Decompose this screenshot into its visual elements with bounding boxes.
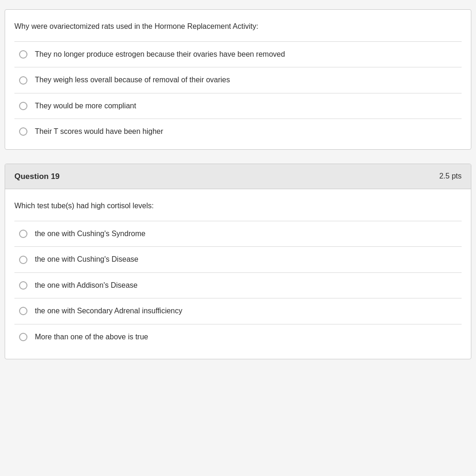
radio-q19-e[interactable]: [19, 333, 27, 341]
question-18-option-a[interactable]: They no longer produce estrogen because …: [14, 42, 462, 67]
option-label-q19-d: the one with Secondary Adrenal insuffici…: [35, 306, 182, 316]
radio-q19-d[interactable]: [19, 307, 27, 315]
option-label-q18-a: They no longer produce estrogen because …: [35, 49, 285, 60]
question-18-option-d[interactable]: Their T scores would have been higher: [14, 119, 462, 144]
question-19-points: 2.5 pts: [439, 171, 462, 182]
question-19-body: Which test tube(s) had high cortisol lev…: [5, 189, 471, 359]
radio-q19-c[interactable]: [19, 281, 27, 290]
radio-q18-b[interactable]: [19, 76, 27, 85]
question-19-option-b[interactable]: the one with Cushing's Disease: [14, 247, 462, 272]
question-19-option-c[interactable]: the one with Addison's Disease: [14, 273, 462, 298]
radio-q18-a[interactable]: [19, 50, 27, 59]
option-label-q19-b: the one with Cushing's Disease: [35, 254, 139, 264]
question-19-options-list: the one with Cushing's Syndrome the one …: [14, 221, 462, 350]
option-label-q18-d: Their T scores would have been higher: [35, 126, 163, 137]
question-19-card: Question 19 2.5 pts Which test tube(s) h…: [5, 164, 471, 359]
radio-q18-d[interactable]: [19, 127, 27, 136]
question-19-header: Question 19 2.5 pts: [5, 164, 471, 190]
question-19-title: Question 19: [14, 171, 60, 183]
question-19-text: Which test tube(s) had high cortisol lev…: [14, 200, 462, 212]
question-19-option-e[interactable]: More than one of the above is true: [14, 324, 462, 350]
question-18-body: Why were ovariectomized rats used in the…: [5, 10, 471, 149]
question-18-options-list: They no longer produce estrogen because …: [14, 41, 462, 145]
question-18-option-c[interactable]: They would be more compliant: [14, 93, 462, 119]
option-label-q19-a: the one with Cushing's Syndrome: [35, 229, 145, 239]
option-label-q19-c: the one with Addison's Disease: [35, 280, 138, 291]
question-19-option-d[interactable]: the one with Secondary Adrenal insuffici…: [14, 298, 462, 324]
question-18-card: Why were ovariectomized rats used in the…: [5, 9, 471, 150]
radio-q19-a[interactable]: [19, 230, 27, 238]
question-18-option-b[interactable]: They weigh less overall because of remov…: [14, 67, 462, 93]
question-18-text: Why were ovariectomized rats used in the…: [14, 21, 462, 32]
question-19-option-a[interactable]: the one with Cushing's Syndrome: [14, 221, 462, 247]
option-label-q19-e: More than one of the above is true: [35, 332, 148, 342]
radio-q19-b[interactable]: [19, 256, 27, 264]
option-label-q18-b: They weigh less overall because of remov…: [35, 75, 230, 85]
radio-q18-c[interactable]: [19, 102, 27, 110]
page-container: Why were ovariectomized rats used in the…: [0, 9, 476, 359]
option-label-q18-c: They would be more compliant: [35, 101, 136, 111]
